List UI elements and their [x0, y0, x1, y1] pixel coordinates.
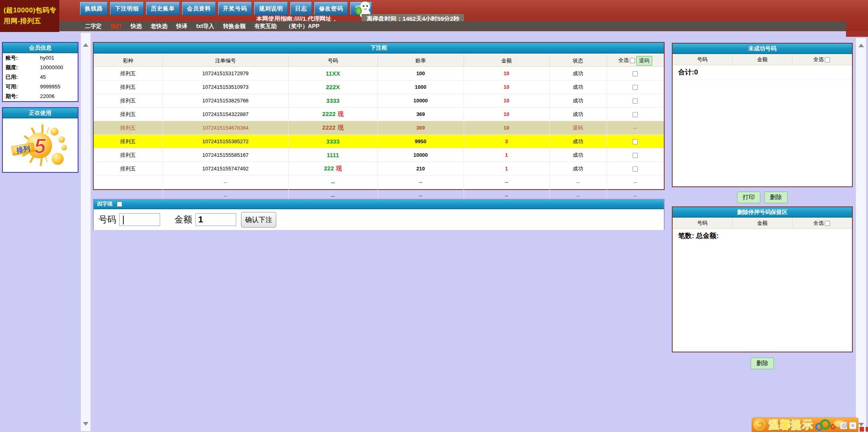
- delete-button[interactable]: 删除: [751, 358, 774, 369]
- reserved-columns: 号码 金额 全选: [673, 218, 852, 229]
- nav-button-会员资料[interactable]: 会员资料: [182, 2, 216, 15]
- bet-number: 3333: [326, 97, 340, 104]
- amount-cell: 10: [464, 121, 549, 135]
- reminder-toast: 温馨提示 ×: [752, 418, 858, 432]
- member-field-value: 45: [31, 72, 46, 82]
- amount-cell: 10: [464, 67, 549, 80]
- bet-number: 3333: [326, 138, 340, 145]
- nav-button-规则说明[interactable]: 规则说明: [254, 2, 288, 15]
- nav-button-换线路[interactable]: 换线路: [80, 2, 108, 15]
- amount-cell: 1: [464, 148, 549, 162]
- number-label: 号码: [98, 214, 116, 226]
- bet-number-suffix: 现: [338, 124, 344, 131]
- member-field-row: 额度:10000000: [3, 63, 78, 72]
- toolbar-item-有奖互助[interactable]: 有奖互助: [254, 23, 277, 30]
- unsuccessful-panel: 未成功号码 号码 金额 全选 合计:0: [672, 43, 853, 187]
- left-scrollbar[interactable]: [80, 33, 91, 431]
- print-button[interactable]: 打印: [737, 192, 760, 203]
- lottery-cell: 排列五: [94, 148, 163, 162]
- widget-close-icon[interactable]: [865, 426, 868, 432]
- toolbar-item-（奖中）APP[interactable]: （奖中）APP: [285, 23, 319, 30]
- nav-button-下注明细[interactable]: 下注明细: [110, 2, 144, 15]
- lottery-cell: 排列五: [94, 80, 163, 94]
- restore-button[interactable]: [840, 422, 847, 429]
- toolbar-item-快选[interactable]: 快选: [131, 23, 142, 30]
- odds-cell: 1000: [378, 80, 464, 94]
- unsuccessful-title: 未成功号码: [673, 44, 852, 54]
- bet-row: 排列五10724151546783642222现36910退码--: [94, 121, 664, 135]
- number-cell: 3333: [288, 94, 378, 108]
- toolbar-item-快打[interactable]: 快打: [111, 23, 122, 30]
- lottery-cell: 排列五: [94, 135, 163, 148]
- nav-button-修改密码[interactable]: 修改密码: [314, 2, 348, 15]
- toolbar-item-老快选[interactable]: 老快选: [151, 23, 167, 30]
- close-button[interactable]: ×: [849, 422, 856, 429]
- header-corner: [846, 31, 868, 37]
- in-use-panel: 正在使用: [2, 107, 78, 173]
- toolbar-item-快译[interactable]: 快译: [176, 23, 187, 30]
- site-title: (超10000)包码专用网-排列五: [0, 0, 59, 32]
- pailie5-logo: 5 排列: [3, 118, 78, 172]
- amount-input[interactable]: [195, 213, 236, 226]
- row-select-checkbox[interactable]: [633, 153, 638, 158]
- toolbar-item-二字定[interactable]: 二字定: [85, 23, 102, 30]
- scroll-down-icon[interactable]: [858, 423, 864, 426]
- col-select-all: 全选: [792, 218, 852, 228]
- gold-swirl-icon: [753, 419, 765, 430]
- bet-row: 排列五1072415155385272333399503成功: [94, 135, 664, 148]
- order-id-cell: 1072415154322887: [163, 108, 288, 121]
- scroll-up-icon[interactable]: [858, 44, 864, 47]
- revoke-button[interactable]: 退码: [636, 56, 652, 66]
- widget-icon[interactable]: [859, 426, 864, 432]
- status-cell: 成功: [549, 135, 607, 148]
- number-cell: 1111: [288, 148, 378, 162]
- row-select-checkbox[interactable]: [633, 139, 638, 144]
- row-select-checkbox[interactable]: [633, 71, 638, 76]
- odds-cell: 10000: [378, 94, 464, 108]
- toolbar-item-转换金额[interactable]: 转换金额: [223, 23, 245, 30]
- delete-button[interactable]: 删除: [764, 192, 788, 203]
- total-row: 合计:0: [673, 65, 852, 80]
- text-caret: [123, 216, 124, 224]
- nav-button-开奖号码[interactable]: 开奖号码: [218, 2, 252, 15]
- scroll-up-icon[interactable]: [83, 43, 88, 47]
- lottery-cell: 排列五: [94, 162, 163, 176]
- bet-row: 排列五1072415153510973222X100010成功: [94, 80, 664, 94]
- bet-number: 11XX: [326, 70, 340, 77]
- lottery-cell: [94, 176, 163, 189]
- col-order-id: 注单编号: [163, 54, 288, 67]
- select-all-checkbox[interactable]: [630, 58, 635, 63]
- bet-form-panel: 四字现 号码 金额 确认下注: [93, 199, 665, 230]
- toolbar-item-txt导入[interactable]: txt导入: [196, 23, 214, 30]
- lottery-cell: 排列五: [94, 121, 163, 135]
- number-input[interactable]: [119, 213, 160, 226]
- bet-form-body: 号码 金额 确认下注: [94, 209, 664, 230]
- right-scrollbar[interactable]: [856, 38, 866, 432]
- row-select-checkbox[interactable]: [633, 166, 638, 172]
- nav-button-日志[interactable]: 日志: [290, 2, 312, 15]
- status-cell: 成功: [549, 94, 607, 108]
- amount-cell: 10: [464, 94, 549, 108]
- bet-row: 排列五1072415155747492222现2101成功: [94, 162, 664, 176]
- select-all-checkbox[interactable]: [825, 57, 830, 62]
- scroll-down-icon[interactable]: [83, 422, 88, 426]
- row-select-checkbox[interactable]: [633, 112, 638, 117]
- nav-button-历史账单[interactable]: 历史账单: [146, 2, 180, 15]
- col-odds: 赔率: [378, 54, 464, 67]
- col-select-all: 全选退码: [607, 54, 664, 67]
- order-id-cell: 1072415153172979: [163, 67, 288, 80]
- reserved-panel: 删除停押号码保留区 号码 金额 全选 笔数: 总金额:: [672, 206, 853, 352]
- member-field-label: 期号:: [3, 92, 31, 101]
- lottery-cell: 排列五: [94, 108, 163, 121]
- member-field-label: 可用:: [3, 82, 31, 92]
- confirm-bet-button[interactable]: 确认下注: [241, 212, 276, 228]
- corner-widget[interactable]: [859, 426, 868, 432]
- select-all-checkbox[interactable]: [825, 221, 830, 226]
- member-field-row: 可用:9999955: [3, 82, 78, 92]
- select-cell: [607, 108, 664, 121]
- bet-number: --: [331, 179, 335, 186]
- bet-form-mode-checkbox[interactable]: [117, 202, 122, 207]
- row-select-checkbox[interactable]: [633, 85, 638, 90]
- row-select-checkbox[interactable]: [633, 98, 638, 104]
- logo-number: 5: [34, 134, 46, 158]
